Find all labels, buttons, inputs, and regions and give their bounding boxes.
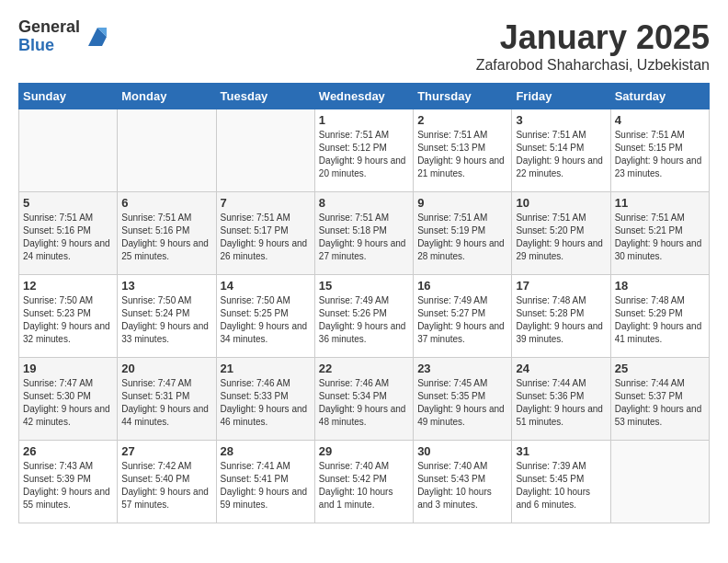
sunset-label: Sunset: 5:45 PM <box>516 474 584 484</box>
sunrise-label: Sunrise: 7:49 AM <box>417 295 487 305</box>
daylight-label: Daylight: 9 hours and 29 minutes. <box>516 238 603 261</box>
daylight-label: Daylight: 9 hours and 49 minutes. <box>417 404 505 427</box>
daylight-label: Daylight: 9 hours and 24 minutes. <box>23 238 110 261</box>
day-info: Sunrise: 7:51 AMSunset: 5:12 PMDaylight:… <box>319 129 409 180</box>
daylight-label: Daylight: 9 hours and 57 minutes. <box>121 487 209 510</box>
day-number: 14 <box>221 279 311 293</box>
daylight-label: Daylight: 9 hours and 22 minutes. <box>516 155 603 178</box>
sunrise-label: Sunrise: 7:50 AM <box>121 295 191 305</box>
header-sunday: Sunday <box>19 84 118 109</box>
day-number: 25 <box>615 362 705 375</box>
calendar-cell: 26Sunrise: 7:43 AMSunset: 5:39 PMDayligh… <box>19 441 118 523</box>
day-number: 15 <box>319 279 409 293</box>
day-info: Sunrise: 7:46 AMSunset: 5:33 PMDaylight:… <box>221 377 311 429</box>
daylight-label: Daylight: 9 hours and 32 minutes. <box>23 321 110 344</box>
daylight-label: Daylight: 9 hours and 34 minutes. <box>221 321 308 344</box>
day-number: 1 <box>319 113 409 127</box>
sunset-label: Sunset: 5:30 PM <box>23 391 91 401</box>
day-info: Sunrise: 7:51 AMSunset: 5:20 PMDaylight:… <box>516 212 606 263</box>
calendar-cell: 9Sunrise: 7:51 AMSunset: 5:19 PMDaylight… <box>414 192 512 275</box>
day-number: 10 <box>516 196 606 210</box>
day-number: 13 <box>121 279 211 293</box>
sunset-label: Sunset: 5:19 PM <box>417 225 485 236</box>
header-saturday: Saturday <box>610 84 709 109</box>
sunset-label: Sunset: 5:37 PM <box>615 391 683 401</box>
day-info: Sunrise: 7:41 AMSunset: 5:41 PMDaylight:… <box>221 460 311 511</box>
sunset-label: Sunset: 5:29 PM <box>615 308 683 318</box>
day-info: Sunrise: 7:48 AMSunset: 5:28 PMDaylight:… <box>516 294 606 346</box>
sunrise-label: Sunrise: 7:51 AM <box>615 213 685 223</box>
sunrise-label: Sunrise: 7:40 AM <box>319 461 389 471</box>
sunset-label: Sunset: 5:18 PM <box>319 225 387 236</box>
calendar-cell: 18Sunrise: 7:48 AMSunset: 5:29 PMDayligh… <box>610 275 709 358</box>
calendar-cell: 24Sunrise: 7:44 AMSunset: 5:36 PMDayligh… <box>512 358 610 441</box>
day-info: Sunrise: 7:50 AMSunset: 5:24 PMDaylight:… <box>121 294 211 346</box>
sunset-label: Sunset: 5:36 PM <box>516 391 584 401</box>
day-number: 9 <box>417 196 507 210</box>
calendar-cell: 16Sunrise: 7:49 AMSunset: 5:27 PMDayligh… <box>414 275 512 358</box>
page-header: General Blue January 2025 Zafarobod Shah… <box>18 18 710 74</box>
day-info: Sunrise: 7:50 AMSunset: 5:25 PMDaylight:… <box>221 294 311 346</box>
sunset-label: Sunset: 5:21 PM <box>615 225 683 236</box>
day-number: 27 <box>121 444 211 458</box>
sunset-label: Sunset: 5:39 PM <box>23 474 91 484</box>
calendar-cell: 14Sunrise: 7:50 AMSunset: 5:25 PMDayligh… <box>216 275 314 358</box>
calendar-cell <box>19 109 118 192</box>
calendar-cell: 15Sunrise: 7:49 AMSunset: 5:26 PMDayligh… <box>314 275 413 358</box>
day-info: Sunrise: 7:40 AMSunset: 5:43 PMDaylight:… <box>417 460 507 511</box>
daylight-label: Daylight: 9 hours and 37 minutes. <box>417 321 505 344</box>
day-number: 22 <box>319 362 409 375</box>
sunrise-label: Sunrise: 7:39 AM <box>516 461 586 471</box>
sunrise-label: Sunrise: 7:48 AM <box>516 295 586 305</box>
day-number: 8 <box>319 196 409 210</box>
day-number: 2 <box>417 113 507 127</box>
day-info: Sunrise: 7:51 AMSunset: 5:13 PMDaylight:… <box>417 129 507 180</box>
sunset-label: Sunset: 5:31 PM <box>121 391 189 401</box>
logo: General Blue <box>18 18 111 55</box>
day-info: Sunrise: 7:51 AMSunset: 5:17 PMDaylight:… <box>221 212 311 263</box>
daylight-label: Daylight: 9 hours and 53 minutes. <box>615 404 702 427</box>
calendar-cell: 20Sunrise: 7:47 AMSunset: 5:31 PMDayligh… <box>118 358 216 441</box>
logo-blue-text: Blue <box>18 37 80 55</box>
calendar-cell: 21Sunrise: 7:46 AMSunset: 5:33 PMDayligh… <box>216 358 314 441</box>
day-number: 20 <box>121 362 211 375</box>
day-number: 4 <box>615 113 705 127</box>
daylight-label: Daylight: 10 hours and 3 minutes. <box>417 487 492 510</box>
sunrise-label: Sunrise: 7:46 AM <box>221 378 290 388</box>
sunrise-label: Sunrise: 7:51 AM <box>23 213 93 223</box>
sunset-label: Sunset: 5:25 PM <box>221 308 289 318</box>
daylight-label: Daylight: 9 hours and 44 minutes. <box>121 404 209 427</box>
day-info: Sunrise: 7:48 AMSunset: 5:29 PMDaylight:… <box>615 294 705 346</box>
day-number: 16 <box>417 279 507 293</box>
daylight-label: Daylight: 9 hours and 30 minutes. <box>615 238 702 261</box>
sunset-label: Sunset: 5:42 PM <box>319 474 387 484</box>
day-info: Sunrise: 7:39 AMSunset: 5:45 PMDaylight:… <box>516 460 606 511</box>
day-info: Sunrise: 7:49 AMSunset: 5:27 PMDaylight:… <box>417 294 507 346</box>
day-number: 12 <box>23 279 113 293</box>
sunrise-label: Sunrise: 7:44 AM <box>615 378 685 388</box>
sunrise-label: Sunrise: 7:42 AM <box>121 461 191 471</box>
daylight-label: Daylight: 9 hours and 55 minutes. <box>23 487 110 510</box>
header-tuesday: Tuesday <box>216 84 314 109</box>
sunrise-label: Sunrise: 7:40 AM <box>417 461 487 471</box>
sunrise-label: Sunrise: 7:51 AM <box>516 213 586 223</box>
location-title: Zafarobod Shaharchasi, Uzbekistan <box>476 57 710 74</box>
calendar-cell <box>216 109 314 192</box>
day-info: Sunrise: 7:49 AMSunset: 5:26 PMDaylight:… <box>319 294 409 346</box>
day-number: 28 <box>221 444 311 458</box>
day-info: Sunrise: 7:44 AMSunset: 5:37 PMDaylight:… <box>615 377 705 429</box>
calendar-cell: 28Sunrise: 7:41 AMSunset: 5:41 PMDayligh… <box>216 441 314 523</box>
day-info: Sunrise: 7:44 AMSunset: 5:36 PMDaylight:… <box>516 377 606 429</box>
sunrise-label: Sunrise: 7:51 AM <box>615 130 685 140</box>
day-info: Sunrise: 7:43 AMSunset: 5:39 PMDaylight:… <box>23 460 113 511</box>
day-number: 11 <box>615 196 705 210</box>
calendar-cell: 5Sunrise: 7:51 AMSunset: 5:16 PMDaylight… <box>19 192 118 275</box>
daylight-label: Daylight: 9 hours and 46 minutes. <box>221 404 308 427</box>
day-info: Sunrise: 7:47 AMSunset: 5:30 PMDaylight:… <box>23 377 113 429</box>
sunrise-label: Sunrise: 7:51 AM <box>319 213 389 223</box>
calendar-cell: 29Sunrise: 7:40 AMSunset: 5:42 PMDayligh… <box>314 441 413 523</box>
day-info: Sunrise: 7:51 AMSunset: 5:18 PMDaylight:… <box>319 212 409 263</box>
calendar-week-row: 19Sunrise: 7:47 AMSunset: 5:30 PMDayligh… <box>19 358 710 441</box>
day-number: 17 <box>516 279 606 293</box>
sunset-label: Sunset: 5:34 PM <box>319 391 387 401</box>
